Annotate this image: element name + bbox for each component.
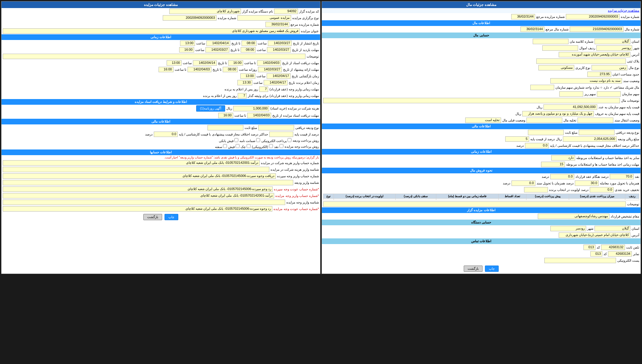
agahi-button[interactable]: آگهی روزنامه(1) bbox=[196, 105, 225, 112]
col-fasele: فاصله زمانی بین دو قسط (ماه) bbox=[436, 194, 499, 199]
mohlat-pishnahad-from-field: 1402/03/27 bbox=[258, 67, 282, 72]
transfer-status-label: وضعیت انتقال سند bbox=[615, 118, 639, 122]
ref-number-field: 36/02/3144 bbox=[511, 14, 535, 19]
mohlat-asnad-time-from-field: 16:00 bbox=[218, 113, 233, 118]
taghfif-unit: درصد bbox=[581, 188, 589, 192]
hesab-section-header: حسابی مال bbox=[322, 33, 641, 38]
mablagh-label: مبلغ ثابت bbox=[565, 131, 578, 135]
auction-type-label: نوع برگزاری مزایده bbox=[292, 16, 319, 20]
percent-label: درصد از قیمت پایه bbox=[530, 137, 555, 141]
r-auction-number-field: 2002094092000003 bbox=[163, 15, 216, 21]
analysis-label: تخلیه مال bbox=[563, 118, 576, 122]
pay-naghd2-check[interactable] bbox=[279, 144, 283, 148]
tel-label: تلفن ثابت bbox=[626, 246, 639, 249]
shareholder-label: مال شریک مشاعی bbox=[614, 86, 639, 90]
col-aqsat: تعداد اقساط bbox=[499, 194, 526, 199]
wadiae-mablagh-field: 2,054,625,000 bbox=[563, 136, 617, 142]
r-back-button[interactable]: بازگشت bbox=[143, 214, 162, 220]
mal-date-field: 36/02/3144 bbox=[520, 27, 544, 32]
back-button[interactable]: بازگشت bbox=[464, 266, 483, 272]
col-pish: پیش پرداخت (درصد) bbox=[526, 194, 569, 199]
r-wadiae-type-field bbox=[258, 125, 294, 130]
print-button[interactable]: چاپ bbox=[485, 266, 499, 272]
notes-field bbox=[323, 98, 620, 103]
fin-status-label: وضعیت قبلی مال bbox=[502, 118, 525, 122]
financial-section-header: اطلاعات مالی bbox=[322, 124, 641, 129]
auction-code-label: کد مزایده گزار bbox=[299, 10, 319, 13]
ostan2-field: گیلان bbox=[595, 226, 630, 231]
r-percent-label: درصد از قیمت پایه bbox=[294, 132, 319, 136]
r-percent-diff-field: 0.0 bbox=[154, 132, 178, 137]
acc8-label: *شماره حساب عودت وجه مزایده bbox=[274, 207, 319, 211]
contractor-header-label: مقام تشخیص قرارداد bbox=[611, 215, 639, 218]
hezineh-unit: ریال bbox=[226, 107, 232, 110]
acc1-field: درآمد-0105702142001- بانک ملی ایران شعبه… bbox=[3, 160, 260, 166]
share-label: واحد شمارش سهم سازمان bbox=[555, 86, 592, 90]
acc3-field: دریافت وجوه سپرده-0105702145006- بانک مل… bbox=[3, 173, 276, 179]
acc5-field: رد وجو سپرده-0105702145006- بانک ملی ایر… bbox=[3, 186, 273, 192]
acc7-label: شناسه واریز وجه مزایده bbox=[286, 200, 319, 204]
pay-fesh2-check[interactable] bbox=[236, 144, 239, 148]
date-start-time-to-field: 13:00 bbox=[180, 41, 195, 46]
mohlat-asnad-from-field: 1402/04/03 bbox=[247, 113, 271, 118]
breadcrumb-link[interactable]: مشاهده جزئیات مزایده bbox=[608, 9, 639, 13]
r-percent-unit: درصد bbox=[145, 132, 153, 136]
hamzaman-label: همزمان با تحویل مورد معامله bbox=[600, 181, 639, 185]
mohlat-estedad-to-field: 1402/04/14 bbox=[193, 60, 217, 66]
acc2-label: شناسه واریز هزینه شرکت در مزایده bbox=[271, 168, 319, 172]
asnad-section-header: اطلاعات و شرایط دریافت اسناد مزایده bbox=[1, 99, 320, 105]
mohlat-days-label: مهلت زمانی اخذ مقاضا حساب ها و استعلامات… bbox=[566, 163, 639, 166]
mohlat-estedad-label: مهلت دریافت اسناد bbox=[293, 61, 319, 65]
taslim-label: همزمان با تحویل سند bbox=[537, 181, 565, 185]
right-panel: مشاهده جزئیات مزایده کد مزایده گزار 9409… bbox=[1, 1, 320, 274]
price-base-label: قیمت پایه سهم سازمان به عدد bbox=[598, 105, 639, 109]
mohlat-estedad-from-field: 1402/04/03 bbox=[257, 60, 281, 66]
acc5-label: *شماره حساب عودت وجه سپرده bbox=[274, 187, 319, 191]
col-olav: اولویت در انتخاب برنده (درصد) bbox=[334, 194, 396, 199]
installment-table: ردیف میزان پرداخت نقدی (درصد) پیش پرداخت… bbox=[323, 194, 639, 200]
org-share-label: سهم سازمان bbox=[622, 92, 639, 96]
date-start-to-field: 1402/04/14 bbox=[206, 41, 230, 46]
col-naghd: میزان پرداخت نقدی (درصد) bbox=[569, 194, 625, 199]
mohlat-estedad-time-from-field: 16:00 bbox=[228, 60, 243, 66]
r-print-button[interactable]: چاپ bbox=[165, 214, 178, 220]
r-mablagh-label: مبلغ ثابت bbox=[245, 126, 257, 130]
priority-field bbox=[524, 187, 548, 192]
ostan-field: گیلان bbox=[595, 39, 630, 44]
mohlat-days-field: 15 bbox=[541, 162, 565, 167]
acc3-label: شماره حساب واریز وجه سپرده bbox=[277, 174, 319, 178]
r-ref-number-label: شماره مزاریده مرجع bbox=[291, 23, 319, 27]
tel-field: 42683132 bbox=[601, 245, 625, 250]
pay-elect2-check[interactable] bbox=[269, 144, 273, 148]
fax-label: نمابر bbox=[633, 252, 639, 256]
info-text: بار گزاری: درصورتیکه روش پرداخت ودیعه به… bbox=[1, 155, 320, 160]
acc4-label: شناسه واریز ودیعه bbox=[294, 181, 319, 185]
mablagh-field bbox=[528, 130, 564, 135]
baz-goshie-from-field: 1402/04/17 bbox=[267, 73, 291, 79]
address2-label: آدرس bbox=[632, 233, 639, 237]
kol-number-label: شماره کلاسه مان bbox=[570, 40, 593, 44]
kol-number-field bbox=[533, 39, 569, 44]
ostan-label: استان bbox=[632, 40, 639, 44]
wadiae-type-field bbox=[579, 130, 615, 135]
org-share-field bbox=[597, 91, 621, 97]
mohlat-barande-field: 7 bbox=[259, 87, 268, 92]
pay-fesh-check[interactable] bbox=[234, 138, 238, 142]
pay-safte-check[interactable] bbox=[223, 144, 227, 148]
acc6-field: درآمد-0105702142001- بانک ملی ایران شعبه… bbox=[3, 193, 274, 198]
pay-elect-check[interactable] bbox=[288, 138, 291, 142]
elam-time-from-field: 13:30 bbox=[237, 80, 252, 85]
mal-date-label: شماره مال مرجع bbox=[546, 27, 569, 31]
type-field: زمین bbox=[592, 65, 627, 70]
pay-check2-check[interactable] bbox=[247, 144, 251, 148]
org-name-field: شهرداری کلاچای bbox=[169, 9, 241, 14]
radif-field bbox=[542, 45, 578, 51]
sale-section-header: نحوه فروش مال bbox=[322, 168, 641, 173]
pay-zamanat-check[interactable] bbox=[256, 138, 260, 142]
auction-number-field: 2002094092000003 bbox=[566, 14, 620, 19]
address-field: کلاچای-خیابان ولیعصر-خیابان شهید آموزنده bbox=[559, 52, 630, 57]
price-base-unit: ریال bbox=[537, 105, 542, 109]
r-mali-header: اطلاعات مالی bbox=[1, 119, 320, 124]
price-base-field: 41,092,500,000 bbox=[543, 104, 597, 110]
contract-percent-field: 0.0 bbox=[550, 174, 574, 179]
